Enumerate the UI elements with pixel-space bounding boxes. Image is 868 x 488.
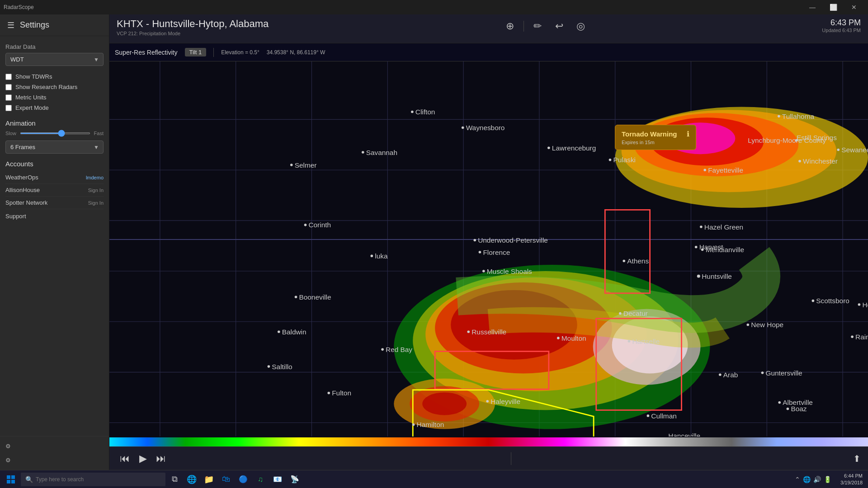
map-title: KHTX - Huntsville-Hytop, Alabama bbox=[117, 18, 269, 30]
playback-divider bbox=[511, 452, 511, 465]
svg-point-39 bbox=[547, 146, 550, 149]
show-research-radars-row[interactable]: Show Research Radars bbox=[5, 82, 104, 92]
svg-point-91 bbox=[479, 251, 481, 253]
svg-point-93 bbox=[482, 270, 485, 272]
skip-forward-button[interactable]: ⏭ bbox=[153, 450, 169, 467]
expert-mode-checkbox[interactable] bbox=[5, 105, 12, 111]
account-name-spotter-network: Spotter Network bbox=[5, 199, 47, 206]
close-button[interactable]: ✕ bbox=[844, 0, 864, 14]
battery-icon[interactable]: 🔋 bbox=[824, 476, 831, 483]
search-input[interactable] bbox=[36, 476, 161, 483]
tw-header: Tornado Warning ℹ bbox=[622, 130, 689, 138]
taskbar: 🔍 ⧉ 🌐 📁 🛍 🔵 ♫ 📧 📡 ⌃ 🌐 🔊 🔋 6:44 PM 3/19/2… bbox=[0, 470, 868, 488]
svg-text:Tullahoma: Tullahoma bbox=[782, 113, 815, 120]
svg-text:Winchester: Winchester bbox=[803, 157, 838, 165]
location-icon[interactable]: ◎ bbox=[573, 18, 589, 34]
svg-text:Fayetteville: Fayetteville bbox=[708, 166, 743, 174]
svg-point-111 bbox=[467, 330, 470, 333]
svg-text:Boaz: Boaz bbox=[791, 405, 807, 413]
clock[interactable]: 6:44 PM 3/19/2018 bbox=[837, 473, 866, 486]
show-tdwrs-checkbox[interactable] bbox=[5, 74, 12, 80]
tw-title: Tornado Warning bbox=[622, 130, 677, 138]
svg-text:Selmer: Selmer bbox=[295, 161, 317, 169]
network-icon[interactable]: 🌐 bbox=[803, 476, 811, 483]
account-status-allisonhouse[interactable]: Sign In bbox=[88, 188, 104, 193]
show-research-radars-checkbox[interactable] bbox=[5, 84, 12, 90]
animation-speed-slider[interactable] bbox=[20, 132, 90, 134]
hamburger-icon[interactable]: ☰ bbox=[7, 20, 14, 30]
app-title: RadarScope bbox=[4, 4, 34, 10]
svg-rect-173 bbox=[7, 475, 10, 479]
svg-point-97 bbox=[295, 296, 297, 298]
back-icon[interactable]: ↩ bbox=[551, 18, 567, 34]
account-name-allisonhouse: AllisonHouse bbox=[5, 187, 40, 193]
account-row-allisonhouse: AllisonHouse Sign In bbox=[5, 184, 104, 197]
map-area: KHTX - Huntsville-Hytop, Alabama VCP 212… bbox=[109, 14, 868, 470]
expert-mode-row[interactable]: Expert Mode bbox=[5, 103, 104, 113]
minimize-button[interactable]: — bbox=[802, 0, 823, 14]
svg-point-105 bbox=[557, 337, 560, 339]
task-view-button[interactable]: ⧉ bbox=[166, 471, 183, 488]
svg-point-107 bbox=[278, 330, 280, 333]
radar-tilt: Tilt 1 bbox=[185, 48, 207, 56]
title-bar-controls: — ⬜ ✕ bbox=[802, 0, 864, 14]
svg-text:Muscle Shoals: Muscle Shoals bbox=[487, 267, 532, 275]
search-bar[interactable]: 🔍 bbox=[21, 473, 165, 486]
account-status-spotter-network[interactable]: Sign In bbox=[88, 200, 104, 206]
store-icon[interactable]: 🛍 bbox=[218, 471, 234, 488]
svg-text:Hazel Green: Hazel Green bbox=[704, 223, 743, 231]
metric-units-row[interactable]: Metric Units bbox=[5, 92, 104, 103]
radar-bar-divider bbox=[213, 48, 214, 57]
share-button[interactable]: ⬆ bbox=[853, 453, 861, 464]
start-button[interactable] bbox=[2, 470, 20, 488]
outlook-icon[interactable]: 📧 bbox=[269, 471, 286, 488]
sidebar-header: ☰ Settings bbox=[0, 14, 109, 36]
show-tdwrs-row[interactable]: Show TDWRs bbox=[5, 71, 104, 82]
ie-icon[interactable]: 🌐 bbox=[184, 471, 200, 488]
maximize-button[interactable]: ⬜ bbox=[823, 0, 844, 14]
svg-point-117 bbox=[851, 336, 854, 338]
metric-units-checkbox[interactable] bbox=[5, 94, 12, 101]
show-research-radars-label: Show Research Radars bbox=[15, 84, 77, 90]
map-time-updated: Updated 6:43 PM bbox=[822, 28, 861, 33]
target-icon[interactable]: ⊕ bbox=[502, 18, 518, 34]
svg-point-32 bbox=[422, 392, 467, 415]
settings-row[interactable]: ⚙ bbox=[0, 439, 109, 453]
spotify-icon[interactable]: ♫ bbox=[252, 471, 269, 488]
radarscope-taskbar-icon[interactable]: 📡 bbox=[287, 471, 303, 488]
radar-data-select[interactable]: WDT NEXRAD bbox=[5, 53, 104, 66]
explorer-icon[interactable]: 📁 bbox=[201, 471, 217, 488]
play-button[interactable]: ▶ bbox=[135, 450, 151, 467]
svg-point-37 bbox=[362, 151, 364, 154]
radar-data-dropdown-wrapper: WDT NEXRAD ▼ bbox=[5, 53, 104, 66]
map-header: KHTX - Huntsville-Hytop, Alabama VCP 212… bbox=[109, 14, 868, 43]
chevron-up-icon[interactable]: ⌃ bbox=[795, 476, 800, 483]
skip-back-button[interactable]: ⏮ bbox=[117, 450, 133, 467]
account-status-weatherops[interactable]: lmdemo bbox=[86, 175, 104, 180]
map-time-main: 6:43 PM bbox=[822, 18, 861, 28]
clock-time: 6:44 PM bbox=[840, 473, 863, 479]
map-controls: ⊕ ✏ ↩ ◎ bbox=[502, 18, 589, 34]
windows-icon bbox=[7, 475, 15, 483]
svg-point-99 bbox=[619, 312, 622, 315]
tw-info-icon[interactable]: ℹ bbox=[687, 130, 689, 138]
sidebar-panel: Radar Data WDT NEXRAD ▼ Show TDWRs Show … bbox=[0, 36, 109, 436]
tornado-warning-popup: Tornado Warning ℹ Expires in 15m bbox=[615, 125, 696, 150]
frames-select[interactable]: 1 Frame 2 Frames 4 Frames 6 Frames 8 Fra… bbox=[5, 141, 104, 154]
svg-point-75 bbox=[623, 260, 625, 263]
svg-text:Booneville: Booneville bbox=[299, 293, 331, 301]
system-tray: ⌃ 🌐 🔊 🔋 bbox=[791, 476, 835, 483]
map-canvas[interactable]: Clifton Waynesboro Savannah Lawrenceburg… bbox=[109, 61, 868, 436]
svg-text:Saltillo: Saltillo bbox=[272, 363, 292, 371]
svg-point-85 bbox=[695, 246, 698, 249]
volume-icon[interactable]: 🔊 bbox=[813, 476, 821, 483]
preferences-row[interactable]: ⚙ bbox=[0, 453, 109, 467]
preferences-icon: ⚙ bbox=[5, 457, 11, 464]
chrome-icon[interactable]: 🔵 bbox=[235, 471, 251, 488]
account-row-weatherops: WeatherOps lmdemo bbox=[5, 171, 104, 184]
svg-text:Clifton: Clifton bbox=[415, 108, 435, 116]
svg-point-109 bbox=[381, 348, 384, 351]
support-link[interactable]: Support bbox=[5, 209, 104, 223]
pencil-icon[interactable]: ✏ bbox=[529, 18, 546, 34]
svg-text:Lawrenceburg: Lawrenceburg bbox=[552, 144, 596, 152]
